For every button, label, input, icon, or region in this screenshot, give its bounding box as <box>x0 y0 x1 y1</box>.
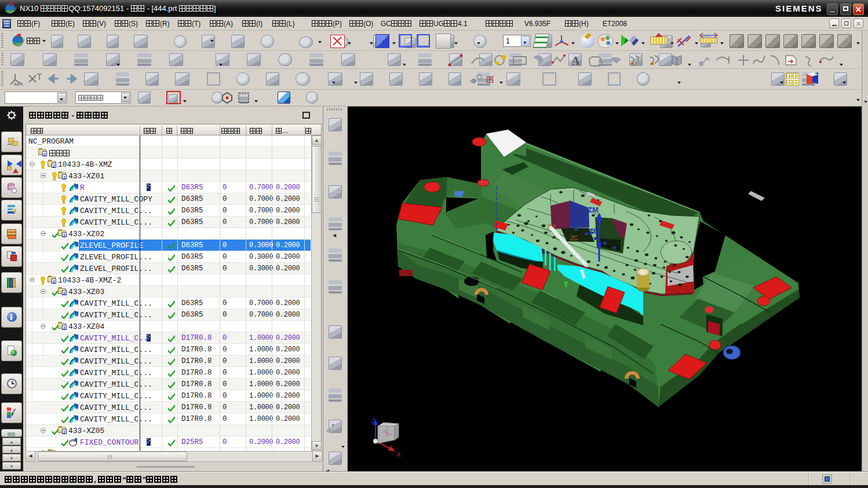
svg-text:X: X <box>396 451 401 458</box>
svg-text:ZM: ZM <box>588 206 599 214</box>
svg-text:Z: Z <box>371 417 375 424</box>
svg-text:ABS: ABS <box>14 82 23 87</box>
svg-text:ZC: ZC <box>570 235 578 241</box>
svg-text:A: A <box>571 54 580 67</box>
svg-text:ZC: ZC <box>589 227 599 236</box>
